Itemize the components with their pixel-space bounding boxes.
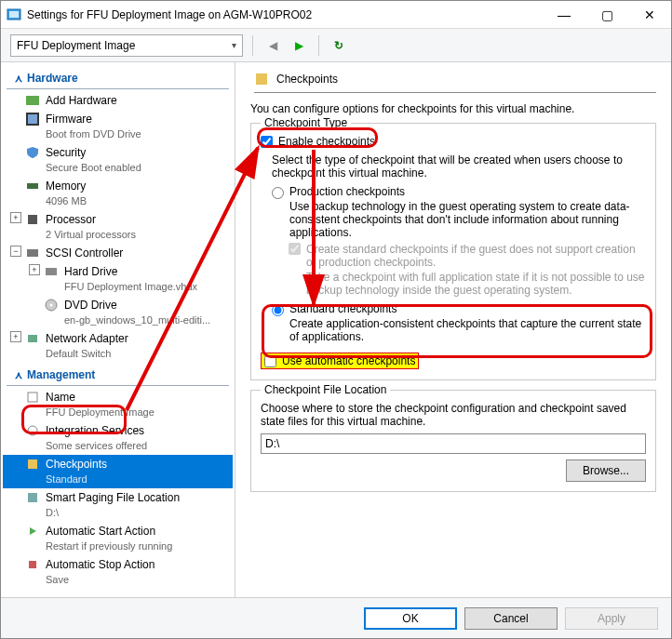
item-sub: 4096 MB [46,193,87,208]
item-label: Checkpoints [46,458,107,471]
sidebar-item-checkpoints[interactable]: CheckpointsStandard [3,455,233,488]
enable-checkpoints-checkbox[interactable]: Enable checkpoints [261,135,646,148]
group-hardware[interactable]: ⋏ Hardware [7,68,229,89]
item-label: Automatic Stop Action [46,558,155,571]
production-checkpoints-radio[interactable]: Production checkpoints Use backup techno… [272,185,646,239]
processor-icon [25,212,40,227]
item-label: Security [46,146,86,159]
sidebar-item-network-adapter[interactable]: + Network AdapterDefault Switch [3,329,233,363]
window-title: Settings for FFU Deployment Image on AGM… [27,8,543,21]
sidebar-item-memory[interactable]: Memory4096 MB [3,177,233,210]
svg-rect-18 [256,73,267,85]
sidebar-item-auto-stop[interactable]: Automatic Stop ActionSave [3,555,233,589]
sidebar-item-add-hardware[interactable]: Add Hardware [3,91,233,110]
sidebar-item-integration-services[interactable]: Integration ServicesSome services offere… [3,421,233,455]
svg-rect-2 [26,96,39,105]
location-desc: Choose where to store the checkpoint con… [261,402,646,428]
select-desc: Select the type of checkpoint that will … [272,153,646,180]
sidebar-item-smart-paging[interactable]: Smart Paging File LocationD:\ [3,488,233,522]
sidebar-item-scsi[interactable]: − SCSI Controller [3,244,233,262]
close-button[interactable]: ✕ [628,1,671,28]
minimize-button[interactable]: — [543,1,585,28]
item-sub: Boot from DVD Drive [46,126,141,141]
item-label: Integration Services [46,424,144,437]
maximize-button[interactable]: ▢ [585,1,628,28]
toolbar: FFU Deployment Image ▾ ◀ ▶ ↻ [1,29,671,62]
svg-marker-16 [30,527,36,535]
production-radio-input[interactable] [272,187,284,199]
collapse-icon[interactable]: − [10,246,21,257]
refresh-button[interactable]: ↻ [329,35,349,56]
nav-forward-button[interactable]: ▶ [289,35,309,56]
item-label: SCSI Controller [46,246,123,260]
ok-button[interactable]: OK [364,607,457,630]
item-label: Network Adapter [46,332,128,345]
sidebar-item-hard-drive[interactable]: + Hard DriveFFU Deployment Image.vhdx [3,262,233,296]
use-automatic-checkpoints-input[interactable] [264,355,276,367]
enable-checkpoints-label: Enable checkpoints [278,135,375,148]
firmware-icon [25,112,40,126]
standard-checkpoints-radio[interactable]: Standard checkpoints Create application-… [272,302,646,343]
sidebar-item-name[interactable]: NameFFU Deployment Image [3,388,233,421]
cancel-button[interactable]: Cancel [464,607,558,630]
group-management[interactable]: ⋏ Management [7,365,229,386]
standard-label: Standard checkpoints [289,302,396,315]
dialog-footer: OK Cancel Apply [1,597,671,638]
svg-point-13 [28,426,37,435]
expand-icon[interactable]: + [29,264,40,275]
enable-checkpoints-input[interactable] [261,136,273,148]
sidebar-item-processor[interactable]: + Processor2 Virtual processors [3,210,233,244]
nav-back-button[interactable]: ◀ [262,35,283,56]
paging-icon [25,490,40,505]
create-standard-fallback-label: Create standard checkpoints if the guest… [306,243,636,269]
vm-selector-dropdown[interactable]: FFU Deployment Image ▾ [10,34,243,57]
expand-icon[interactable]: + [10,331,21,342]
add-hardware-icon [25,93,40,108]
production-desc: Use backup technology in the guest opera… [289,200,646,239]
expand-icon[interactable]: + [10,212,21,223]
production-label: Production checkpoints [289,185,405,198]
svg-rect-5 [27,183,38,189]
sidebar-item-auto-start[interactable]: Automatic Start ActionRestart if previou… [3,522,233,555]
create-standard-fallback-desc: Take a checkpoint with full application … [306,271,646,297]
item-sub: Default Switch [46,346,128,361]
shield-icon [25,145,40,160]
network-icon [25,331,40,346]
svg-rect-12 [28,393,37,402]
item-sub: D:\ [46,505,180,520]
sidebar-item-security[interactable]: SecuritySecure Boot enabled [3,143,233,177]
titlebar: Settings for FFU Deployment Image on AGM… [1,1,671,29]
standard-radio-input[interactable] [272,304,284,316]
item-label: DVD Drive [64,299,117,312]
pane-intro: You can configure options for checkpoint… [250,102,656,115]
item-sub: Standard [46,472,107,486]
name-icon [25,390,40,405]
item-label: Memory [46,180,86,193]
use-automatic-checkpoints-label: Use automatic checkpoints [282,354,415,367]
svg-rect-17 [29,561,36,568]
svg-rect-15 [28,493,37,502]
svg-rect-14 [28,459,37,469]
separator [318,35,319,56]
location-input[interactable] [261,433,646,454]
use-automatic-checkpoints-checkbox[interactable]: Use automatic checkpoints [261,353,419,369]
sidebar-item-dvd-drive[interactable]: DVD Driveen-gb_windows_10_multi-editi... [3,296,233,329]
sidebar-item-firmware[interactable]: FirmwareBoot from DVD Drive [3,110,233,143]
item-label: Processor [46,213,96,226]
browse-button[interactable]: Browse... [566,459,646,482]
item-label: Automatic Start Action [46,525,155,538]
item-label: Smart Paging File Location [46,491,180,504]
checkpoint-location-group: Checkpoint File Location Choose where to… [250,390,656,492]
apply-button: Apply [565,607,658,630]
auto-start-icon [25,524,40,539]
item-sub: Secure Boot enabled [46,160,141,175]
svg-rect-11 [28,335,37,342]
item-label: Name [46,391,75,404]
app-icon [7,7,21,22]
pane-title: Checkpoints [276,73,656,86]
chevron-down-icon: ▾ [232,40,236,50]
checkpoint-type-legend: Checkpoint Type [261,116,351,129]
checkpoints-icon [25,457,40,472]
collapse-icon: ⋏ [14,369,23,381]
settings-sidebar: ⋏ Hardware Add Hardware FirmwareBoot fro… [1,62,235,597]
